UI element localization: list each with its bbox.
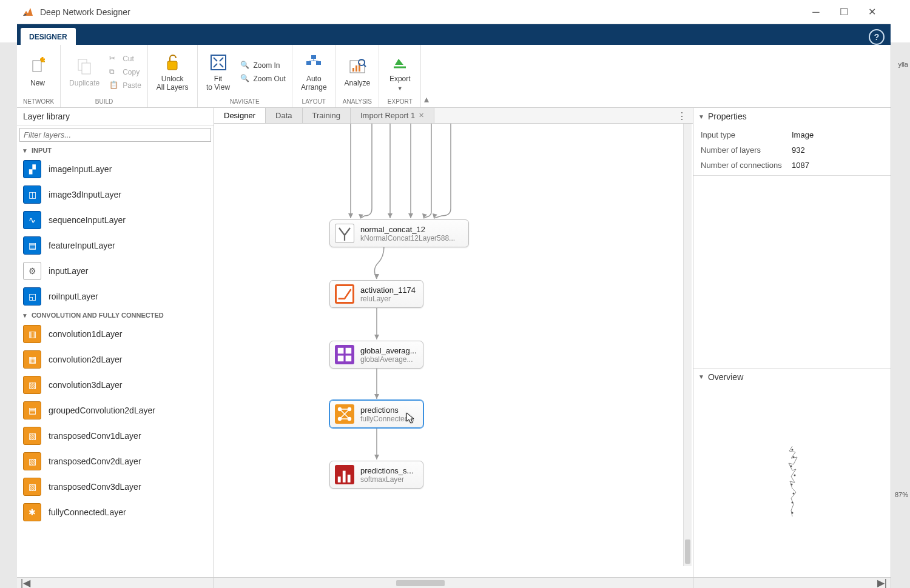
bg-user: ylla [898,61,908,68]
node-predictions-softmax[interactable]: predictions_s...softmaxLayer [329,461,423,489]
layer-list[interactable]: ▼INPUT ▞imageInputLayer ◫image3dInputLay… [17,144,214,577]
layer-imageinputlayer[interactable]: ▞imageInputLayer [17,156,214,182]
close-tab-icon[interactable]: ✕ [419,112,424,119]
group-layout-label: LAYOUT [298,96,329,107]
node-type: fullyConnected... [360,415,414,423]
prop-inputtype-value: Image [792,130,814,139]
node-activation-1174[interactable]: activation_1174reluLayer [329,280,423,308]
svg-point-30 [791,449,793,450]
layer-tconv2d[interactable]: ▧transposedConv2dLayer [17,449,214,474]
group-export-label: EXPORT [385,96,414,107]
svg-rect-21 [338,356,344,362]
ribbon: New NETWORK Duplicate ✂Cut ⧉Copy 📋Paste … [17,45,891,108]
node-normal-concat-12[interactable]: normal_concat_12kNormalConcat12Layer588.… [329,219,469,247]
svg-rect-28 [343,471,346,483]
auto-arrange-button[interactable]: Auto Arrange [298,50,329,94]
maximize-button[interactable]: ☐ [830,3,858,21]
layer-image3dinputlayer[interactable]: ◫image3dInputLayer [17,182,214,207]
unlock-label: Unlock All Layers [157,75,189,92]
layer-tconv3d[interactable]: ▧transposedConv3dLayer [17,474,214,499]
layer-library-panel: Layer library ▼INPUT ▞imageInputLayer ◫i… [17,108,214,588]
groupedconv-icon: ▤ [23,401,41,419]
svg-rect-27 [338,476,341,483]
layer-conv2d[interactable]: ▦convolution2dLayer [17,347,214,372]
right-panel: ▼Properties Input typeImage Number of la… [693,108,891,588]
layer-roiinputlayer[interactable]: ◱roiInputLayer [17,284,214,309]
layer-conv3d[interactable]: ▨convolution3dLayer [17,372,214,398]
properties-header[interactable]: ▼Properties [693,108,891,125]
tconv1d-icon: ▧ [23,427,41,445]
analyze-button[interactable]: Analyze [342,55,373,90]
layer-groupedconv2d[interactable]: ▤groupedConvolution2dLayer [17,398,214,423]
new-label: New [30,79,45,87]
tab-import-report[interactable]: Import Report 1✕ [351,108,434,123]
canvas-hscrollbar[interactable] [214,577,693,588]
layer-featureinputlayer[interactable]: ▤featureInputLayer [17,233,214,258]
group-analysis-label: ANALYSIS [342,96,373,107]
fit-to-view-button[interactable]: Fit to View [204,50,233,94]
svg-rect-6 [306,61,311,65]
relu-icon [335,284,354,304]
group-network-label: NETWORK [23,96,54,107]
paste-button[interactable]: 📋Paste [109,81,141,90]
svg-rect-2 [82,63,90,74]
overview-header[interactable]: ▼Overview [693,368,891,386]
export-button[interactable]: Export ▼ [385,50,414,94]
node-global-average[interactable]: global_averag...globalAverage... [329,341,423,369]
prop-numconn-value: 1087 [792,161,809,170]
node-predictions[interactable]: predictionsfullyConnected... [329,400,423,428]
minimize-button[interactable]: ─ [802,3,830,21]
designer-canvas[interactable]: normal_concat_12kNormalConcat12Layer588.… [214,124,693,577]
unlock-icon [163,53,182,72]
center-tabs: Designer Data Training Import Report 1✕ … [214,108,693,124]
layer-sequenceinputlayer[interactable]: ∿sequenceInputLayer [17,207,214,233]
cut-button[interactable]: ✂Cut [109,54,141,64]
chevron-down-icon: ▼ [698,373,704,380]
chevron-down-icon: ▼ [22,312,28,319]
featureinput-icon: ▤ [23,236,41,255]
export-dropdown-icon: ▼ [397,85,403,92]
ribbon-tab-strip: DESIGNER ? [17,24,891,45]
canvas-vscrollbar[interactable] [683,124,692,566]
category-input[interactable]: ▼INPUT [17,144,214,156]
node-name: predictions [360,406,414,415]
svg-point-35 [792,492,794,494]
new-icon [28,57,47,76]
svg-point-32 [790,465,792,467]
layer-tconv1d[interactable]: ▧transposedConv1dLayer [17,423,214,449]
layer-conv1d[interactable]: ▥convolution1dLayer [17,321,214,347]
ribbon-tab-designer[interactable]: DESIGNER [21,28,76,45]
prop-numlayers-label: Number of layers [701,145,792,155]
layer-fullyconnected[interactable]: ✱fullyConnectedLayer [17,499,214,525]
copy-button[interactable]: ⧉Copy [109,67,141,77]
duplicate-button[interactable]: Duplicate [67,55,102,90]
ribbon-collapse-button[interactable]: ▴ [421,45,432,107]
node-name: normal_concat_12 [360,225,455,234]
zoom-out-button[interactable]: 🔍Zoom Out [240,74,286,84]
zoom-in-button[interactable]: 🔍Zoom In [240,61,286,70]
category-conv[interactable]: ▼CONVOLUTION AND FULLY CONNECTED [17,309,214,321]
tabs-more-button[interactable]: ⋮ [671,108,693,123]
close-button[interactable]: ✕ [858,3,886,21]
tab-designer[interactable]: Designer [214,108,266,123]
new-button[interactable]: New [23,55,52,90]
tab-data[interactable]: Data [266,108,302,123]
tab-training[interactable]: Training [303,108,351,123]
prop-numconn-label: Number of connections [701,161,792,170]
layer-inputlayer[interactable]: ⚙inputLayer [17,258,214,284]
node-type: reluLayer [360,295,416,303]
image3dinput-icon: ◫ [23,185,41,204]
export-icon [390,53,410,72]
unlock-button[interactable]: Unlock All Layers [154,50,191,94]
background-right-strip: ylla 87% [891,42,910,588]
overview-minimap[interactable] [693,386,891,578]
sidebar-footer: |◀ [17,577,214,588]
conv1d-icon: ▥ [23,325,41,343]
svg-rect-29 [348,475,351,483]
group-build-label: BUILD [67,96,141,107]
help-button[interactable]: ? [869,29,885,45]
auto-arrange-label: Auto Arrange [301,75,327,92]
fit-icon [209,53,228,72]
node-name: predictions_s... [360,466,413,475]
filter-layers-input[interactable] [19,128,211,142]
